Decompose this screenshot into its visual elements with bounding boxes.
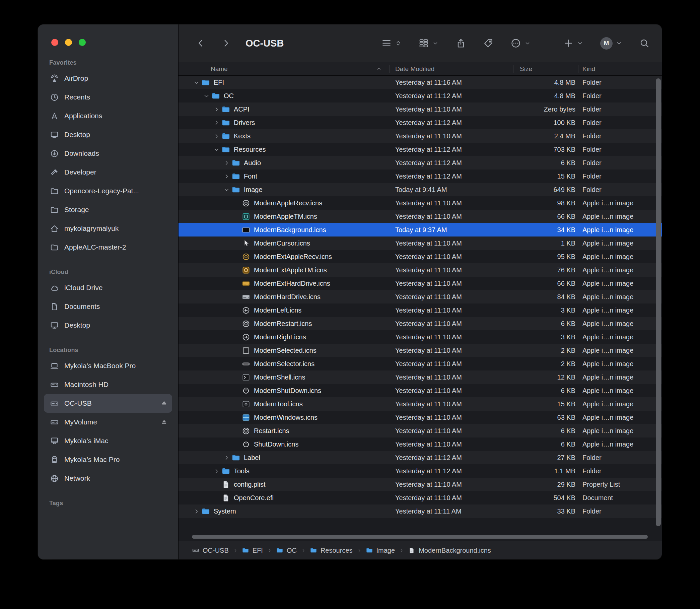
- file-row-restart-icns[interactable]: Restart.icnsYesterday at 11:10 AM6 KBApp…: [178, 424, 662, 437]
- group-by-button[interactable]: [418, 38, 439, 49]
- file-row-efi[interactable]: EFIYesterday at 11:16 AM4.8 MBFolder: [178, 76, 662, 89]
- disclosure-triangle-icon[interactable]: [223, 455, 230, 461]
- sidebar-item-applealc-master-2[interactable]: AppleALC-master-2: [44, 238, 172, 257]
- column-header-kind[interactable]: Kind: [577, 65, 662, 73]
- disclosure-triangle-icon[interactable]: [223, 187, 230, 193]
- file-kind: Apple i…n image: [577, 387, 662, 395]
- close-button[interactable]: [51, 39, 58, 46]
- file-row-modernapplerecv-icns[interactable]: ModernAppleRecv.icnsYesterday at 11:10 A…: [178, 196, 662, 210]
- sidebar-item-mykola-s-imac[interactable]: Mykola’s iMac: [44, 432, 172, 450]
- file-row-modernright-icns[interactable]: ModernRight.icnsYesterday at 11:10 AM3 K…: [178, 330, 662, 344]
- view-options-button[interactable]: [381, 38, 402, 49]
- file-row-image[interactable]: ImageToday at 9:41 AM649 KBFolder: [178, 183, 662, 196]
- file-row-system[interactable]: SystemYesterday at 11:11 AM33 KBFolder: [178, 504, 662, 518]
- tags-button[interactable]: [483, 38, 494, 49]
- file-row-modernwindows-icns[interactable]: ModernWindows.icnsYesterday at 11:10 AM6…: [178, 411, 662, 424]
- file-row-moderntool-icns[interactable]: ModernTool.icnsYesterday at 11:10 AM15 K…: [178, 397, 662, 411]
- forward-button[interactable]: [221, 38, 231, 49]
- file-row-modernextharddrive-icns[interactable]: ModernExtHardDrive.icnsYesterday at 11:1…: [178, 277, 662, 290]
- disclosure-triangle-icon[interactable]: [213, 146, 220, 153]
- vertical-scrollbar-thumb[interactable]: [656, 79, 661, 526]
- horizontal-scrollbar-thumb[interactable]: [192, 535, 648, 539]
- share-button[interactable]: [455, 38, 466, 49]
- disclosure-triangle-icon[interactable]: [203, 93, 210, 99]
- path-item-image[interactable]: Image: [366, 547, 395, 554]
- more-actions-button[interactable]: [510, 38, 531, 49]
- file-row-modernshell-icns[interactable]: ModernShell.icnsYesterday at 11:10 AM12 …: [178, 370, 662, 384]
- file-row-modernbackground-icns[interactable]: ModernBackground.icnsToday at 9:37 AM34 …: [178, 223, 662, 237]
- file-row-font[interactable]: FontYesterday at 11:12 AM15 KBFolder: [178, 170, 662, 183]
- new-item-button[interactable]: [563, 38, 583, 49]
- sidebar-item-myvolume[interactable]: MyVolume: [44, 413, 172, 432]
- back-button[interactable]: [195, 38, 206, 49]
- disclosure-triangle-icon[interactable]: [193, 508, 199, 515]
- column-header-date-modified[interactable]: Date Modified: [395, 65, 516, 73]
- file-row-label[interactable]: LabelYesterday at 11:12 AM27 KBFolder: [178, 451, 662, 464]
- sidebar-item-oc-usb[interactable]: OC-USB: [44, 394, 172, 413]
- file-row-acpi[interactable]: ACPIYesterday at 11:10 AMZero bytesFolde…: [178, 103, 662, 116]
- file-row-kexts[interactable]: KextsYesterday at 11:10 AM2.4 MBFolder: [178, 129, 662, 143]
- sidebar-item-storage[interactable]: Storage: [44, 200, 172, 219]
- disclosure-triangle-icon[interactable]: [213, 133, 220, 139]
- minimize-button[interactable]: [65, 39, 72, 46]
- path-item-efi[interactable]: EFI: [242, 547, 263, 554]
- file-row-tools[interactable]: ToolsYesterday at 11:12 AM1.1 MBFolder: [178, 464, 662, 478]
- sidebar-item-recents[interactable]: Recents: [44, 88, 172, 106]
- sidebar-item-mykola-s-macbook-pro[interactable]: Mykola’s MacBook Pro: [44, 356, 172, 375]
- sidebar-item-desktop[interactable]: Desktop: [44, 125, 172, 144]
- sidebar-item-mykolagrymalyuk[interactable]: mykolagrymalyuk: [44, 219, 172, 238]
- disclosure-triangle-icon[interactable]: [213, 120, 220, 126]
- file-row-modernappletm-icns[interactable]: ModernAppleTM.icnsYesterday at 11:10 AM6…: [178, 210, 662, 223]
- file-row-modernharddrive-icns[interactable]: ModernHardDrive.icnsYesterday at 11:10 A…: [178, 290, 662, 303]
- column-header-size[interactable]: Size: [516, 65, 577, 73]
- disclosure-triangle-icon[interactable]: [223, 173, 230, 179]
- file-row-config-plist[interactable]: config.plistYesterday at 11:10 AM29 KBPr…: [178, 478, 662, 491]
- eject-icon[interactable]: [160, 399, 168, 407]
- sidebar-item-icloud-drive[interactable]: iCloud Drive: [44, 278, 172, 297]
- path-item-resources[interactable]: Resources: [310, 547, 353, 554]
- sidebar-item-developer[interactable]: Developer: [44, 163, 172, 181]
- file-row-modernleft-icns[interactable]: ModernLeft.icnsYesterday at 11:10 AM3 KB…: [178, 303, 662, 317]
- sidebar-item-mykola-s-mac-pro[interactable]: Mykola’s Mac Pro: [44, 450, 172, 469]
- file-row-modernrestart-icns[interactable]: ModernRestart.icnsYesterday at 11:10 AM6…: [178, 317, 662, 330]
- sidebar-item-downloads[interactable]: Downloads: [44, 144, 172, 163]
- column-divider[interactable]: [389, 65, 390, 73]
- extrecv-icon: [242, 252, 250, 261]
- file-row-drivers[interactable]: DriversYesterday at 11:12 AM100 KBFolder: [178, 116, 662, 129]
- file-row-opencore-efi[interactable]: OpenCore.efiYesterday at 11:10 AM504 KBD…: [178, 491, 662, 504]
- recv-icon: [242, 199, 250, 208]
- file-row-modernselector-icns[interactable]: ModernSelector.icnsYesterday at 11:10 AM…: [178, 357, 662, 370]
- sidebar-item-applications[interactable]: Applications: [44, 106, 172, 125]
- file-row-modernextapplerecv-icns[interactable]: ModernExtAppleRecv.icnsYesterday at 11:1…: [178, 250, 662, 263]
- file-row-shutdown-icns[interactable]: ShutDown.icnsYesterday at 11:10 AM6 KBAp…: [178, 437, 662, 451]
- file-row-modernselected-icns[interactable]: ModernSelected.icnsYesterday at 11:10 AM…: [178, 344, 662, 357]
- disclosure-triangle-icon[interactable]: [213, 468, 220, 474]
- file-row-resources[interactable]: ResourcesYesterday at 11:12 AM703 KBFold…: [178, 143, 662, 156]
- column-divider[interactable]: [513, 65, 513, 73]
- file-row-oc[interactable]: OCYesterday at 11:12 AM4.8 MBFolder: [178, 89, 662, 103]
- path-item-modernbackground-icns[interactable]: ModernBackground.icns: [408, 547, 491, 554]
- disclosure-triangle-icon[interactable]: [193, 80, 199, 86]
- sidebar-item-desktop[interactable]: Desktop: [44, 316, 172, 335]
- vertical-scrollbar[interactable]: [656, 78, 661, 530]
- disclosure-triangle-icon[interactable]: [213, 106, 220, 112]
- file-row-moderncursor-icns[interactable]: ModernCursor.icnsYesterday at 11:10 AM1 …: [178, 237, 662, 250]
- sidebar-item-airdrop[interactable]: AirDrop: [44, 69, 172, 88]
- column-header-name[interactable]: Name: [178, 65, 395, 73]
- sidebar-item-documents[interactable]: Documents: [44, 297, 172, 316]
- zoom-button[interactable]: [79, 39, 86, 46]
- eject-icon[interactable]: [160, 418, 168, 426]
- sidebar-item-network[interactable]: Network: [44, 469, 172, 488]
- search-button[interactable]: [639, 38, 650, 49]
- path-item-oc[interactable]: OC: [276, 547, 297, 554]
- file-row-modernshutdown-icns[interactable]: ModernShutDown.icnsYesterday at 11:10 AM…: [178, 384, 662, 397]
- column-divider[interactable]: [578, 65, 578, 73]
- sidebar-item-opencore-legacy-pat[interactable]: Opencore-Legacy-Pat...: [44, 181, 172, 200]
- path-item-oc-usb[interactable]: OC-USB: [192, 547, 229, 554]
- file-row-audio[interactable]: AudioYesterday at 11:12 AM6 KBFolder: [178, 156, 662, 170]
- file-row-modernextappletm-icns[interactable]: ModernExtAppleTM.icnsYesterday at 11:10 …: [178, 263, 662, 277]
- horizontal-scrollbar[interactable]: [178, 532, 662, 541]
- sidebar-item-macintosh-hd[interactable]: Macintosh HD: [44, 375, 172, 394]
- account-menu-button[interactable]: M: [600, 37, 622, 50]
- disclosure-triangle-icon[interactable]: [223, 160, 230, 166]
